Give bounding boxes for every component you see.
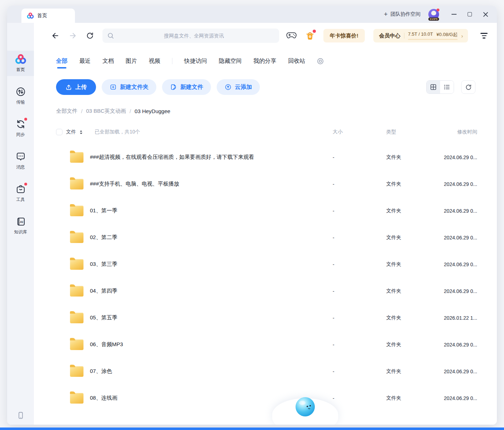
folder-icon bbox=[70, 179, 84, 189]
file-size: - bbox=[333, 342, 386, 348]
file-row[interactable]: 08、连线画 - 文件夹 2024.06.29 0... bbox=[34, 385, 497, 411]
tab-quick-access[interactable]: 快捷访问 bbox=[184, 57, 207, 65]
refresh-button[interactable] bbox=[86, 32, 94, 40]
vip-center-button[interactable]: 会员中心 7.5T / 10.0T ¥0.08/G起 › bbox=[373, 29, 468, 42]
upload-icon bbox=[65, 84, 72, 91]
sort-icon[interactable] bbox=[80, 130, 82, 135]
file-size: - bbox=[333, 369, 386, 374]
column-modified[interactable]: 修改时间 bbox=[420, 129, 477, 135]
file-row[interactable]: ###支持手机、电脑、电视、平板播放 - 文件夹 2024.06.29 0... bbox=[34, 171, 497, 197]
tab-images[interactable]: 图片 bbox=[126, 57, 137, 65]
breadcrumb-item[interactable]: 03 BBC英文动画 bbox=[86, 108, 126, 115]
tab-recent[interactable]: 最近 bbox=[79, 57, 91, 65]
tab-divider bbox=[172, 58, 172, 64]
file-modified: 2024.06.29 0... bbox=[420, 181, 477, 187]
phone-icon[interactable] bbox=[16, 411, 25, 420]
breadcrumb-item[interactable]: 03 HeyDuggee bbox=[135, 108, 170, 114]
file-row[interactable]: 04、第四季 - 文件夹 2024.06.29 0... bbox=[34, 278, 497, 304]
grid-view-button[interactable] bbox=[427, 81, 440, 93]
tab-videos[interactable]: 视频 bbox=[149, 57, 160, 65]
new-folder-button[interactable]: 新建文件夹 bbox=[102, 79, 156, 95]
ai-assistant-mascot[interactable] bbox=[271, 395, 339, 425]
tab-all[interactable]: 全部 bbox=[56, 57, 67, 65]
breadcrumb-item[interactable]: 全部文件 bbox=[56, 108, 77, 115]
message-icon bbox=[15, 151, 26, 162]
refresh-list-button[interactable] bbox=[461, 80, 475, 94]
actions-row: 上传 新建文件夹 新建文件 云添加 bbox=[34, 79, 497, 95]
file-row[interactable]: 07、涂色 - 文件夹 2024.06.29 0... bbox=[34, 358, 497, 385]
refresh-icon bbox=[465, 84, 472, 91]
tab-home[interactable]: 首页 bbox=[21, 9, 75, 23]
sidebar-item-message[interactable]: 消息 bbox=[7, 148, 34, 173]
column-file[interactable]: 文件 bbox=[66, 129, 76, 135]
list-view-button[interactable] bbox=[440, 81, 454, 93]
sidebar-item-knowledge[interactable]: AI知识库 bbox=[7, 213, 34, 238]
new-file-button[interactable]: 新建文件 bbox=[162, 79, 211, 95]
category-tabs: 全部最近文档图片视频快捷访问隐藏空间我的分享回收站 bbox=[34, 55, 497, 67]
file-type: 文件夹 bbox=[386, 208, 420, 214]
file-size: - bbox=[333, 155, 386, 160]
breadcrumb-separator: / bbox=[81, 108, 82, 114]
file-name[interactable]: 07、涂色 bbox=[90, 368, 112, 375]
storage-used: 7.5T / 10.0T bbox=[408, 31, 433, 38]
file-name[interactable]: 08、连线画 bbox=[90, 395, 117, 401]
folder-icon bbox=[70, 152, 84, 163]
column-type[interactable]: 类型 bbox=[386, 129, 420, 135]
upload-button[interactable]: 上传 bbox=[56, 79, 96, 95]
file-modified: 2024.06.29 0... bbox=[420, 155, 477, 160]
promo-button[interactable]: 年卡惊喜价! bbox=[323, 29, 365, 42]
maximize-icon bbox=[468, 12, 472, 16]
file-type: 文件夹 bbox=[386, 234, 420, 241]
file-row[interactable]: ###超清视频，在线观看会压缩画质，如果要画质好，请下载下来观看 - 文件夹 2… bbox=[34, 144, 497, 171]
folder-icon bbox=[70, 259, 84, 270]
titlebar: 首页 + 团队协作空间 SVIP5 bbox=[7, 6, 497, 23]
file-name[interactable]: 01、第一季 bbox=[90, 207, 117, 214]
menu-icon[interactable] bbox=[480, 33, 488, 39]
file-name[interactable]: 05、第五季 bbox=[90, 314, 117, 321]
file-type: 文件夹 bbox=[386, 368, 420, 375]
back-button[interactable] bbox=[51, 31, 60, 40]
file-name[interactable]: ###超清视频，在线观看会压缩画质，如果要画质好，请下载下来观看 bbox=[90, 154, 254, 161]
forward-button[interactable] bbox=[69, 31, 77, 40]
cloud-add-button[interactable]: 云添加 bbox=[217, 79, 260, 95]
file-name[interactable]: 06、音频MP3 bbox=[90, 341, 123, 348]
team-space-button[interactable]: + 团队协作空间 bbox=[384, 11, 420, 17]
select-all-checkbox[interactable] bbox=[56, 129, 62, 135]
tab-recycle-bin[interactable]: 回收站 bbox=[288, 57, 305, 65]
tab-hidden-space[interactable]: 隐藏空间 bbox=[219, 57, 242, 65]
target-icon[interactable] bbox=[317, 58, 324, 65]
knowledge-icon: AI bbox=[15, 216, 26, 227]
gift-icon[interactable] bbox=[305, 31, 315, 41]
file-row[interactable]: 06、音频MP3 - 文件夹 2024.06.29 0... bbox=[34, 331, 497, 358]
maximize-button[interactable] bbox=[462, 6, 478, 23]
file-modified: 2024.06.29 0... bbox=[420, 395, 477, 401]
file-row[interactable]: 05、第五季 - 文件夹 2026.01.22 1... bbox=[34, 304, 497, 331]
team-space-label: 团队协作空间 bbox=[390, 11, 420, 17]
file-size: - bbox=[333, 208, 386, 214]
sidebar-item-label: 工具 bbox=[16, 197, 25, 203]
file-row[interactable]: 01、第一季 - 文件夹 2024.06.29 0... bbox=[34, 197, 497, 224]
sidebar-item-transfer[interactable]: 传输 bbox=[7, 83, 34, 108]
new-folder-icon bbox=[110, 84, 117, 91]
search-input[interactable] bbox=[114, 33, 274, 39]
file-name[interactable]: ###支持手机、电脑、电视、平板播放 bbox=[90, 181, 179, 187]
sidebar-item-sync[interactable]: 同步 bbox=[7, 116, 34, 141]
sidebar-item-home[interactable]: 首页 bbox=[7, 51, 34, 76]
close-button[interactable] bbox=[478, 6, 493, 23]
file-size: - bbox=[333, 262, 386, 267]
minimize-button[interactable] bbox=[446, 6, 462, 23]
file-row[interactable]: 03、第三季 - 文件夹 2024.06.29 0... bbox=[34, 251, 497, 278]
file-row[interactable]: 02、第二季 - 文件夹 2024.06.29 0... bbox=[34, 224, 497, 251]
file-name[interactable]: 04、第四季 bbox=[90, 288, 117, 294]
column-size[interactable]: 大小 bbox=[333, 129, 386, 135]
tab-docs[interactable]: 文档 bbox=[102, 57, 114, 65]
file-name[interactable]: 03、第三季 bbox=[90, 261, 117, 268]
games-icon[interactable] bbox=[286, 32, 297, 40]
cloud-add-label: 云添加 bbox=[235, 84, 252, 91]
sidebar-item-tools[interactable]: 工具 bbox=[7, 181, 34, 206]
user-avatar[interactable]: SVIP5 bbox=[428, 9, 439, 20]
tab-my-shares[interactable]: 我的分享 bbox=[253, 57, 276, 65]
sidebar-item-label: 知识库 bbox=[14, 229, 27, 235]
file-name[interactable]: 02、第二季 bbox=[90, 234, 117, 241]
search-box[interactable] bbox=[102, 29, 279, 43]
